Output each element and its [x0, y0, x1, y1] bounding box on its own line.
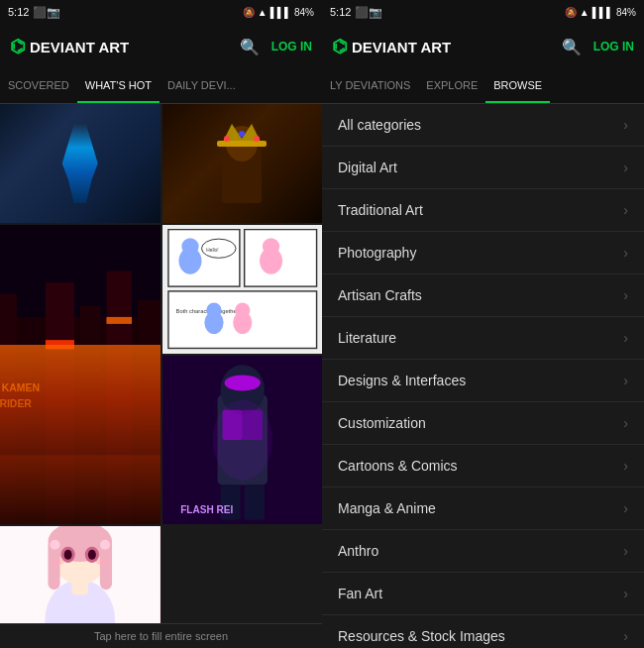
browse-item-label: Resources & Stock Images — [338, 628, 505, 644]
svg-rect-17 — [0, 455, 161, 524]
browse-item-label: Photography — [338, 245, 416, 261]
browse-item[interactable]: Artisan Crafts › — [322, 274, 644, 317]
right-status-icons: ⬛📷 — [355, 6, 382, 19]
browse-item-label: Fan Art — [338, 586, 382, 601]
browse-item-arrow-icon: › — [623, 202, 628, 218]
left-search-icon[interactable]: 🔍 — [240, 38, 260, 56]
browse-item[interactable]: Traditional Art › — [322, 189, 644, 232]
browse-item-arrow-icon: › — [623, 117, 628, 133]
left-nav-tabs: SCOVERED WHAT'S HOT DAILY DEVI... — [0, 69, 322, 104]
svg-rect-11 — [46, 282, 74, 524]
svg-rect-16 — [106, 317, 132, 324]
svg-rect-9 — [0, 294, 17, 524]
svg-text:RIDER: RIDER — [0, 398, 32, 409]
svg-point-56 — [96, 559, 108, 565]
right-tab-explore[interactable]: EXPLORE — [418, 69, 485, 103]
browse-item[interactable]: Digital Art › — [322, 147, 644, 189]
browse-item[interactable]: Resources & Stock Images › — [322, 615, 644, 648]
browse-item-label: Designs & Interfaces — [338, 373, 466, 388]
anime-illustration — [0, 526, 161, 623]
left-battery: 84% — [294, 7, 314, 18]
svg-rect-21 — [167, 230, 239, 287]
browse-item[interactable]: Cartoons & Comics › — [322, 445, 644, 487]
right-logo-text: DEVIANT ART — [352, 39, 451, 55]
left-tab-discovered[interactable]: SCOVERED — [0, 69, 77, 103]
image-kamen-rider[interactable]: FLASH REI — [162, 356, 323, 524]
svg-point-23 — [181, 238, 198, 255]
browse-item-label: Cartoons & Comics — [338, 458, 458, 474]
left-logo: ⌬ DEVIANT ART — [10, 36, 129, 57]
svg-point-57 — [50, 540, 59, 550]
left-signal-bars: ▌▌▌ — [270, 7, 291, 18]
svg-rect-59 — [72, 580, 88, 594]
svg-point-34 — [235, 302, 250, 317]
right-status-time-group: 5:12 ⬛📷 — [330, 6, 382, 19]
image-city[interactable]: KAMEN RIDER — [0, 225, 161, 524]
svg-text:FLASH REI: FLASH REI — [180, 504, 233, 515]
browse-item-arrow-icon: › — [623, 245, 628, 261]
svg-rect-15 — [46, 340, 74, 349]
image-comics[interactable]: Hello! Both characters together! — [162, 225, 323, 354]
bottom-bar-text: Tap here to fill entire screen — [94, 630, 228, 642]
right-search-icon[interactable]: 🔍 — [562, 38, 582, 56]
svg-rect-12 — [80, 305, 101, 524]
browse-item-arrow-icon: › — [623, 543, 628, 559]
svg-point-6 — [254, 136, 260, 142]
image-king[interactable] — [162, 104, 323, 223]
browse-item[interactable]: Customization › — [322, 402, 644, 445]
right-tab-deviations[interactable]: LY DEVIATIONS — [322, 69, 418, 103]
browse-item-arrow-icon: › — [623, 628, 628, 644]
svg-point-53 — [64, 550, 72, 560]
browse-item[interactable]: Fan Art › — [322, 573, 644, 615]
right-logo-icon: ⌬ — [332, 36, 348, 57]
browse-item[interactable]: All categories › — [322, 104, 644, 147]
left-header-right: 🔍 LOG IN — [240, 38, 312, 56]
right-wifi-icon: ▲ — [580, 7, 590, 18]
left-login-button[interactable]: LOG IN — [271, 40, 312, 54]
browse-item[interactable]: Photography › — [322, 232, 644, 274]
left-tab-whatshot[interactable]: WHAT'S HOT — [77, 69, 160, 103]
browse-item[interactable]: Designs & Interfaces › — [322, 360, 644, 402]
svg-point-33 — [206, 302, 221, 317]
left-image-grid: KAMEN RIDER Hello! — [0, 104, 322, 623]
browse-item-label: Artisan Crafts — [338, 287, 422, 303]
svg-rect-42 — [244, 485, 264, 519]
right-status-bar: 5:12 ⬛📷 🔕 ▲ ▌▌▌ 84% — [322, 0, 644, 24]
left-bottom-bar[interactable]: Tap here to fill entire screen — [0, 623, 322, 648]
browse-list: All categories › Digital Art › Tradition… — [322, 104, 644, 648]
browse-item[interactable]: Anthro › — [322, 530, 644, 573]
comics-illustration: Hello! Both characters together! — [166, 229, 319, 350]
browse-item[interactable]: Literature › — [322, 317, 644, 360]
browse-item[interactable]: Manga & Anime › — [322, 487, 644, 530]
left-logo-text: DEVIANT ART — [30, 39, 129, 55]
kamen-illustration: FLASH REI — [162, 356, 323, 524]
image-anime-girl[interactable] — [0, 526, 161, 623]
svg-rect-10 — [23, 317, 40, 524]
right-status-right: 🔕 ▲ ▌▌▌ 84% — [565, 7, 636, 18]
left-wifi-icon: ▲ — [258, 7, 268, 18]
svg-rect-14 — [138, 300, 161, 525]
browse-item-label: Manga & Anime — [338, 500, 436, 516]
left-status-right: 🔕 ▲ ▌▌▌ 84% — [243, 7, 314, 18]
right-header-right: 🔍 LOG IN — [562, 38, 634, 56]
left-panel: 5:12 ⬛📷 🔕 ▲ ▌▌▌ 84% ⌬ DEVIANT ART 🔍 LOG … — [0, 0, 322, 648]
svg-rect-8 — [0, 317, 161, 524]
svg-point-54 — [88, 550, 96, 560]
browse-item-label: Anthro — [338, 543, 378, 559]
browse-item-arrow-icon: › — [623, 330, 628, 346]
image-godzilla[interactable] — [0, 104, 161, 223]
left-header: ⌬ DEVIANT ART 🔍 LOG IN — [0, 24, 322, 69]
right-battery: 84% — [616, 7, 636, 18]
right-login-button[interactable]: LOG IN — [593, 40, 634, 54]
svg-text:KAMEN: KAMEN — [2, 382, 40, 393]
right-panel: 5:12 ⬛📷 🔕 ▲ ▌▌▌ 84% ⌬ DEVIANT ART 🔍 LOG … — [322, 0, 644, 648]
left-tab-dailydevi[interactable]: DAILY DEVI... — [160, 69, 244, 103]
left-status-bar: 5:12 ⬛📷 🔕 ▲ ▌▌▌ 84% — [0, 0, 322, 24]
right-header: ⌬ DEVIANT ART 🔍 LOG IN — [322, 24, 644, 69]
svg-point-5 — [239, 131, 245, 137]
svg-point-28 — [262, 238, 278, 255]
right-nav-tabs: LY DEVIATIONS EXPLORE BROWSE — [322, 69, 644, 104]
right-tab-browse[interactable]: BROWSE — [485, 69, 550, 103]
browse-item-label: All categories — [338, 117, 421, 133]
left-status-icons: ⬛📷 — [33, 6, 60, 19]
